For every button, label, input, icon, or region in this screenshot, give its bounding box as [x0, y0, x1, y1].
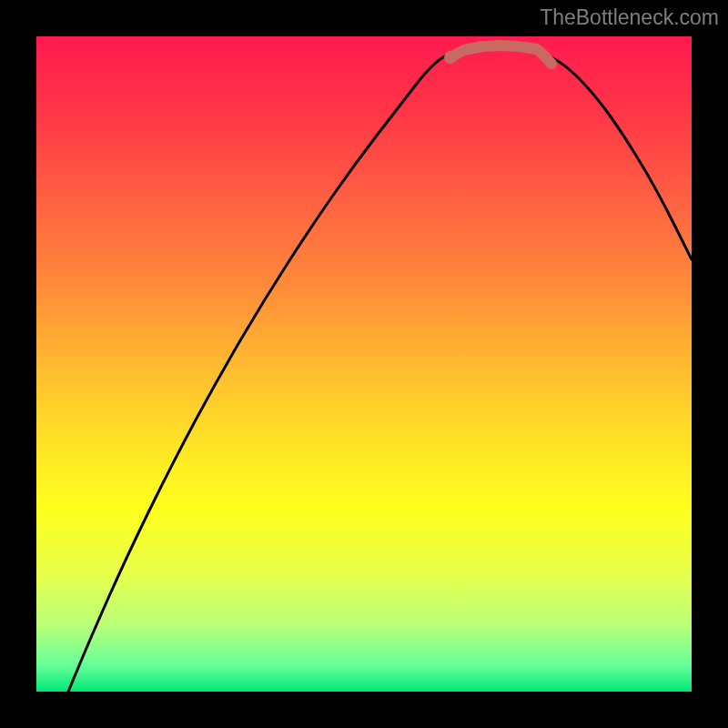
- chart-frame: TheBottleneck.com: [0, 0, 728, 728]
- chart-svg: [36, 36, 692, 692]
- gradient-background: [36, 36, 692, 692]
- plot-area: [36, 36, 692, 692]
- highlight-segment-dot: [444, 51, 457, 64]
- attribution-label: TheBottleneck.com: [540, 5, 719, 30]
